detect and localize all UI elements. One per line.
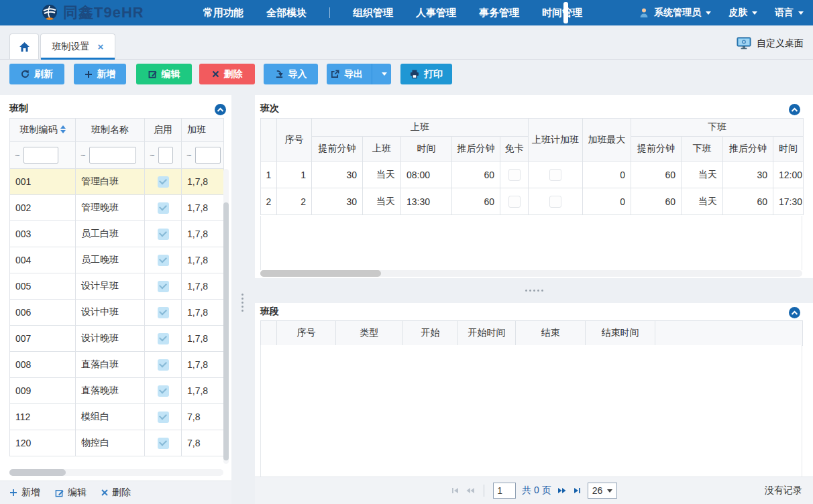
shift-row[interactable]: 1130当天08:0060060当天3012:00 — [261, 162, 804, 188]
user-menu[interactable]: 系统管理员 — [639, 7, 711, 19]
shift-panel-collapse-button[interactable] — [789, 104, 800, 115]
nav-item-hr-management[interactable]: 人事管理 — [416, 7, 456, 19]
footer-delete-link[interactable]: 删除 — [101, 487, 131, 499]
first-page-button[interactable] — [451, 487, 459, 495]
column-header-on-overtime[interactable]: 上班计加班 — [529, 119, 583, 162]
enabled-checkbox[interactable] — [158, 438, 169, 449]
column-header-time[interactable]: 时间 — [401, 137, 452, 162]
column-header-seq[interactable]: 序号 — [277, 321, 336, 346]
nav-item-time-management[interactable]: 时间管理 — [542, 7, 582, 19]
shift-type-row[interactable]: 120物控白7,8 — [10, 430, 224, 456]
horizontal-scrollbar[interactable] — [9, 469, 223, 476]
shift-type-row[interactable]: 005设计早班1,7,8 — [10, 273, 224, 300]
delete-button[interactable]: 删除 — [199, 64, 255, 84]
column-header-end-time[interactable]: 结束时间 — [586, 321, 655, 346]
print-button[interactable]: 打印 — [400, 64, 452, 84]
edit-button[interactable]: 编辑 — [136, 64, 192, 84]
vertical-scrollbar[interactable] — [223, 169, 229, 464]
column-header-no-card[interactable]: 免卡 — [500, 137, 529, 162]
page-size-select[interactable]: 26 — [588, 483, 617, 499]
shift-type-row[interactable]: 009直落晚班1,7,8 — [10, 378, 224, 404]
filter-input-overtime[interactable] — [195, 147, 221, 164]
count-overtime-checkbox[interactable] — [549, 169, 561, 181]
shift-type-row[interactable]: 003员工白班1,7,8 — [10, 221, 224, 247]
panel-splitter-handle[interactable] — [241, 294, 243, 312]
shift-type-row[interactable]: 004员工晚班1,7,8 — [10, 247, 224, 273]
column-header-start[interactable]: 开始 — [403, 321, 458, 346]
enabled-checkbox[interactable] — [158, 281, 169, 292]
export-dropdown[interactable] — [377, 64, 391, 84]
column-header-start-time[interactable]: 开始时间 — [458, 321, 516, 346]
column-header-early-min[interactable]: 提前分钟 — [312, 137, 363, 162]
nav-scrollbar-thumb[interactable] — [563, 2, 568, 23]
nav-item-all-modules[interactable]: 全部模块 — [266, 7, 307, 19]
filter-input-enabled[interactable] — [158, 147, 173, 164]
column-header-type[interactable]: 类型 — [336, 321, 403, 346]
tab-close-icon[interactable]: × — [98, 42, 104, 52]
shift-type-row[interactable]: 006设计中班1,7,8 — [10, 300, 224, 326]
scrollbar-thumb[interactable] — [260, 270, 381, 277]
shift-type-row[interactable]: 112模组白7,8 — [10, 404, 224, 430]
tab-shift-settings[interactable]: 班制设置 × — [40, 34, 115, 59]
enabled-checkbox[interactable] — [158, 359, 169, 371]
nav-item-common-functions[interactable]: 常用功能 — [203, 7, 243, 19]
enabled-checkbox[interactable] — [158, 255, 169, 266]
column-header-name[interactable]: 班制名称 — [76, 119, 145, 142]
refresh-button[interactable]: 刷新 — [9, 64, 64, 84]
enabled-checkbox[interactable] — [158, 385, 169, 397]
shift-type-row[interactable]: 002管理晚班1,7,8 — [10, 195, 224, 221]
import-button[interactable]: 导入 — [264, 64, 318, 84]
column-header-off-time[interactable]: 时间 — [773, 137, 804, 162]
enabled-checkbox[interactable] — [158, 202, 169, 214]
shift-type-footer: 新增 编辑 删除 — [0, 481, 231, 504]
scrollbar-thumb[interactable] — [9, 469, 66, 476]
last-page-button[interactable] — [573, 487, 582, 495]
nav-item-org-management[interactable]: 组织管理 — [353, 7, 393, 19]
horizontal-scrollbar[interactable] — [260, 270, 802, 277]
footer-edit-link[interactable]: 编辑 — [55, 487, 87, 499]
column-header-code[interactable]: 班制编码 — [10, 119, 76, 142]
enabled-checkbox[interactable] — [158, 333, 169, 344]
skin-menu[interactable]: 皮肤 — [728, 7, 757, 19]
language-menu[interactable]: 语言 — [775, 7, 804, 19]
column-header-overtime-max[interactable]: 加班最大 — [583, 119, 631, 162]
export-button[interactable]: 导出 — [327, 64, 391, 84]
enabled-checkbox[interactable] — [158, 176, 169, 188]
segment-panel-collapse-button[interactable] — [789, 307, 800, 318]
next-page-button[interactable] — [557, 487, 567, 495]
panel-splitter-handle[interactable] — [525, 290, 543, 292]
count-overtime-checkbox[interactable] — [549, 196, 561, 208]
column-header-off[interactable]: 下班 — [682, 137, 723, 162]
shift-type-row[interactable]: 007设计晚班1,7,8 — [10, 326, 224, 352]
plus-icon — [9, 489, 17, 497]
no-card-checkbox[interactable] — [508, 169, 521, 181]
column-header-off-early-min[interactable]: 提前分钟 — [631, 137, 682, 162]
shift-row[interactable]: 2230当天13:3060060当天6017:30 — [261, 188, 804, 215]
no-card-checkbox[interactable] — [508, 196, 521, 208]
customize-desktop[interactable]: 自定义桌面 — [737, 37, 804, 50]
footer-add-link[interactable]: 新增 — [9, 487, 40, 499]
previous-page-button[interactable] — [466, 487, 475, 495]
shift-type-row[interactable]: 001管理白班1,7,8 — [10, 169, 224, 195]
shift-type-table: 班制编码 班制名称 启用 加班 ~ ~ ~ ~ 001管理白班1,7,8002管… — [9, 118, 224, 456]
filter-input-code[interactable] — [23, 147, 58, 164]
shift-type-row[interactable]: 008直落白班1,7,8 — [10, 352, 224, 378]
export-main[interactable]: 导出 — [327, 64, 367, 84]
filter-input-name[interactable] — [89, 147, 136, 164]
column-header-seq[interactable]: 序号 — [277, 119, 312, 162]
column-header-late-min[interactable]: 推后分钟 — [452, 137, 500, 162]
enabled-checkbox[interactable] — [158, 307, 169, 318]
nav-item-affairs-management[interactable]: 事务管理 — [479, 7, 519, 19]
shift-type-collapse-button[interactable] — [215, 104, 226, 115]
column-header-overtime[interactable]: 加班 — [182, 119, 224, 142]
tab-home[interactable] — [9, 34, 39, 59]
column-header-off-late-min[interactable]: 推后分钟 — [723, 137, 773, 162]
page-number-input[interactable] — [493, 483, 516, 499]
column-header-enabled[interactable]: 启用 — [145, 119, 182, 142]
enabled-checkbox[interactable] — [158, 412, 169, 423]
enabled-checkbox[interactable] — [158, 229, 169, 240]
add-button[interactable]: 新增 — [74, 64, 126, 84]
column-header-on[interactable]: 上班 — [363, 137, 401, 162]
scrollbar-thumb[interactable] — [223, 202, 229, 460]
column-header-end[interactable]: 结束 — [516, 321, 586, 346]
